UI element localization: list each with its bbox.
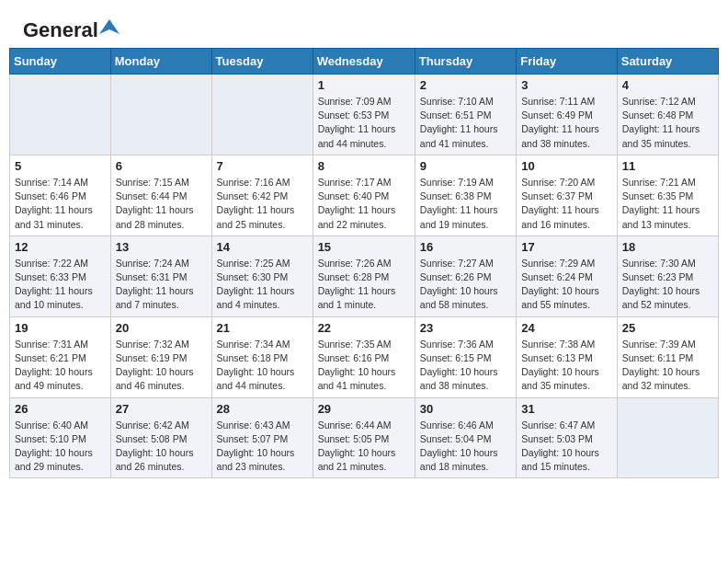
calendar-cell: 29Sunrise: 6:44 AM Sunset: 5:05 PM Dayli…	[313, 397, 415, 478]
calendar-cell: 3Sunrise: 7:11 AM Sunset: 6:49 PM Daylig…	[517, 75, 618, 155]
logo-bird-icon	[99, 17, 119, 38]
day-number: 17	[521, 240, 612, 254]
calendar-cell: 19Sunrise: 7:31 AM Sunset: 6:21 PM Dayli…	[10, 316, 111, 397]
day-info: Sunrise: 7:30 AM Sunset: 6:23 PM Dayligh…	[622, 257, 713, 313]
day-info: Sunrise: 7:27 AM Sunset: 6:26 PM Dayligh…	[420, 257, 511, 313]
day-info: Sunrise: 6:43 AM Sunset: 5:07 PM Dayligh…	[217, 419, 308, 475]
calendar-cell: 22Sunrise: 7:35 AM Sunset: 6:16 PM Dayli…	[313, 316, 415, 397]
calendar-cell: 1Sunrise: 7:09 AM Sunset: 6:53 PM Daylig…	[313, 75, 415, 155]
calendar-cell: 4Sunrise: 7:12 AM Sunset: 6:48 PM Daylig…	[617, 75, 718, 155]
day-info: Sunrise: 7:15 AM Sunset: 6:44 PM Dayligh…	[116, 176, 207, 232]
day-number: 6	[116, 159, 207, 173]
day-number: 10	[521, 159, 612, 173]
day-info: Sunrise: 7:26 AM Sunset: 6:28 PM Dayligh…	[318, 257, 410, 313]
day-number: 30	[420, 402, 511, 416]
day-number: 22	[318, 321, 410, 335]
day-info: Sunrise: 6:46 AM Sunset: 5:04 PM Dayligh…	[420, 419, 511, 475]
day-number: 12	[15, 240, 106, 254]
weekday-header-sunday: Sunday	[10, 49, 111, 75]
calendar-cell: 14Sunrise: 7:25 AM Sunset: 6:30 PM Dayli…	[211, 236, 313, 316]
calendar-cell: 8Sunrise: 7:17 AM Sunset: 6:40 PM Daylig…	[313, 155, 415, 236]
weekday-header-saturday: Saturday	[617, 49, 718, 75]
day-info: Sunrise: 7:21 AM Sunset: 6:35 PM Dayligh…	[622, 176, 713, 232]
calendar-cell: 18Sunrise: 7:30 AM Sunset: 6:23 PM Dayli…	[617, 236, 718, 316]
day-info: Sunrise: 7:12 AM Sunset: 6:48 PM Dayligh…	[622, 95, 713, 151]
svg-marker-0	[99, 19, 119, 34]
calendar-cell: 10Sunrise: 7:20 AM Sunset: 6:37 PM Dayli…	[517, 155, 618, 236]
calendar-cell	[110, 75, 211, 155]
calendar-cell: 6Sunrise: 7:15 AM Sunset: 6:44 PM Daylig…	[110, 155, 211, 236]
day-info: Sunrise: 7:34 AM Sunset: 6:18 PM Dayligh…	[217, 338, 308, 394]
day-info: Sunrise: 7:09 AM Sunset: 6:53 PM Dayligh…	[318, 95, 410, 151]
day-info: Sunrise: 6:42 AM Sunset: 5:08 PM Dayligh…	[116, 419, 207, 475]
logo: General	[23, 18, 119, 39]
day-info: Sunrise: 7:24 AM Sunset: 6:31 PM Dayligh…	[116, 257, 207, 313]
day-number: 16	[420, 240, 511, 254]
day-info: Sunrise: 7:38 AM Sunset: 6:13 PM Dayligh…	[521, 338, 612, 394]
day-info: Sunrise: 7:17 AM Sunset: 6:40 PM Dayligh…	[318, 176, 410, 232]
calendar-cell: 23Sunrise: 7:36 AM Sunset: 6:15 PM Dayli…	[415, 316, 516, 397]
calendar-cell: 13Sunrise: 7:24 AM Sunset: 6:31 PM Dayli…	[110, 236, 211, 316]
calendar-cell: 27Sunrise: 6:42 AM Sunset: 5:08 PM Dayli…	[110, 397, 211, 478]
day-number: 26	[15, 402, 106, 416]
calendar-week-row: 1Sunrise: 7:09 AM Sunset: 6:53 PM Daylig…	[10, 75, 719, 155]
day-info: Sunrise: 7:25 AM Sunset: 6:30 PM Dayligh…	[217, 257, 308, 313]
calendar-cell: 30Sunrise: 6:46 AM Sunset: 5:04 PM Dayli…	[415, 397, 516, 478]
day-info: Sunrise: 7:35 AM Sunset: 6:16 PM Dayligh…	[318, 338, 410, 394]
logo-general: General	[23, 18, 98, 42]
calendar-cell: 25Sunrise: 7:39 AM Sunset: 6:11 PM Dayli…	[617, 316, 718, 397]
day-number: 25	[622, 321, 713, 335]
day-number: 23	[420, 321, 511, 335]
calendar-cell: 2Sunrise: 7:10 AM Sunset: 6:51 PM Daylig…	[415, 75, 516, 155]
day-number: 18	[622, 240, 713, 254]
calendar-cell: 21Sunrise: 7:34 AM Sunset: 6:18 PM Dayli…	[211, 316, 313, 397]
day-info: Sunrise: 7:16 AM Sunset: 6:42 PM Dayligh…	[217, 176, 308, 232]
calendar-cell: 26Sunrise: 6:40 AM Sunset: 5:10 PM Dayli…	[10, 397, 111, 478]
calendar-cell: 9Sunrise: 7:19 AM Sunset: 6:38 PM Daylig…	[415, 155, 516, 236]
page-header: General	[9, 9, 719, 43]
day-number: 24	[521, 321, 612, 335]
day-number: 1	[318, 78, 410, 92]
weekday-header-tuesday: Tuesday	[211, 49, 313, 75]
day-number: 28	[217, 402, 308, 416]
calendar-cell: 16Sunrise: 7:27 AM Sunset: 6:26 PM Dayli…	[415, 236, 516, 316]
day-number: 4	[622, 78, 713, 92]
day-number: 5	[15, 159, 106, 173]
day-info: Sunrise: 7:14 AM Sunset: 6:46 PM Dayligh…	[15, 176, 106, 232]
calendar-cell: 24Sunrise: 7:38 AM Sunset: 6:13 PM Dayli…	[517, 316, 618, 397]
day-info: Sunrise: 7:20 AM Sunset: 6:37 PM Dayligh…	[521, 176, 612, 232]
calendar-cell: 15Sunrise: 7:26 AM Sunset: 6:28 PM Dayli…	[313, 236, 415, 316]
day-info: Sunrise: 7:22 AM Sunset: 6:33 PM Dayligh…	[15, 257, 106, 313]
calendar-cell: 20Sunrise: 7:32 AM Sunset: 6:19 PM Dayli…	[110, 316, 211, 397]
day-number: 19	[15, 321, 106, 335]
calendar-table: SundayMondayTuesdayWednesdayThursdayFrid…	[9, 48, 719, 478]
day-info: Sunrise: 7:10 AM Sunset: 6:51 PM Dayligh…	[420, 95, 511, 151]
calendar-cell: 12Sunrise: 7:22 AM Sunset: 6:33 PM Dayli…	[10, 236, 111, 316]
day-info: Sunrise: 7:11 AM Sunset: 6:49 PM Dayligh…	[521, 95, 612, 151]
weekday-header-wednesday: Wednesday	[313, 49, 415, 75]
day-number: 27	[116, 402, 207, 416]
calendar-cell: 5Sunrise: 7:14 AM Sunset: 6:46 PM Daylig…	[10, 155, 111, 236]
day-info: Sunrise: 7:32 AM Sunset: 6:19 PM Dayligh…	[116, 338, 207, 394]
calendar-cell: 11Sunrise: 7:21 AM Sunset: 6:35 PM Dayli…	[617, 155, 718, 236]
day-number: 9	[420, 159, 511, 173]
day-number: 2	[420, 78, 511, 92]
calendar-cell	[10, 75, 111, 155]
day-info: Sunrise: 6:47 AM Sunset: 5:03 PM Dayligh…	[521, 419, 612, 475]
calendar-week-row: 26Sunrise: 6:40 AM Sunset: 5:10 PM Dayli…	[10, 397, 719, 478]
day-info: Sunrise: 7:39 AM Sunset: 6:11 PM Dayligh…	[622, 338, 713, 394]
calendar-cell	[617, 397, 718, 478]
day-info: Sunrise: 6:40 AM Sunset: 5:10 PM Dayligh…	[15, 419, 106, 475]
day-number: 13	[116, 240, 207, 254]
calendar-cell	[211, 75, 313, 155]
day-number: 31	[521, 402, 612, 416]
day-info: Sunrise: 7:29 AM Sunset: 6:24 PM Dayligh…	[521, 257, 612, 313]
calendar-cell: 17Sunrise: 7:29 AM Sunset: 6:24 PM Dayli…	[517, 236, 618, 316]
day-number: 14	[217, 240, 308, 254]
weekday-header-friday: Friday	[517, 49, 618, 75]
day-number: 29	[318, 402, 410, 416]
calendar-cell: 31Sunrise: 6:47 AM Sunset: 5:03 PM Dayli…	[517, 397, 618, 478]
day-number: 3	[521, 78, 612, 92]
day-number: 11	[622, 159, 713, 173]
day-number: 15	[318, 240, 410, 254]
